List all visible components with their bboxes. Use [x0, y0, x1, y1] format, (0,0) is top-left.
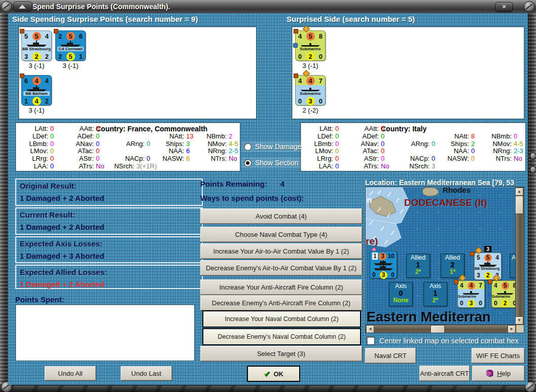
- ok-button[interactable]: ✔ OK: [247, 366, 300, 382]
- naval-crt-button[interactable]: Naval CRT: [365, 348, 416, 363]
- counter-factor-circle: 5: [484, 254, 492, 262]
- scroll-up-arrow[interactable]: ▲: [515, 188, 523, 196]
- spend-button-4[interactable]: Decrease Enemy's Air-to-Air Combat Value…: [200, 260, 362, 275]
- stack-count-badge: 3: [484, 246, 491, 252]
- map-infobox-allied1[interactable]: Allied12*: [406, 254, 430, 278]
- spend-button-6[interactable]: Decrease Enemy's Anti-Aircraft Fire Colu…: [200, 295, 362, 310]
- scroll-down-arrow[interactable]: ▼: [515, 316, 523, 325]
- stat-label: NBmb:: [195, 132, 227, 140]
- stat-value: 3: [432, 162, 442, 170]
- counter-values-row: 020: [492, 299, 518, 307]
- expected-axis-losses-value: 1 Damaged + 3 Aborted: [20, 252, 198, 260]
- map-infobox-allied2[interactable]: Allied21*: [441, 254, 464, 278]
- unit-counter-submarine[interactable]: 458Submarine020: [295, 30, 326, 61]
- combat-map[interactable]: Rhodes DODECANESE (It) n re) Eastern Med…: [365, 187, 524, 333]
- stat-value: 6: [186, 155, 196, 162]
- stat-label: LAtt:: [19, 125, 48, 132]
- counter-factor-circle: 4: [32, 97, 41, 105]
- counter-factor: 0: [479, 300, 482, 307]
- unit-counter-bb-barham[interactable]: 644BB Barham142: [21, 75, 52, 105]
- stat-ldef: LDef:0: [304, 132, 345, 140]
- spending-side-stats-panel: Country: France, CommonwealthLAtt:0AAtt:…: [15, 122, 240, 171]
- show-damage-radio[interactable]: Show Damage: [241, 141, 306, 152]
- scroll-left-arrow[interactable]: ◄: [366, 325, 374, 333]
- map-infobox-axis1[interactable]: Axis12*: [423, 282, 447, 306]
- counter-factor: 0: [298, 97, 302, 105]
- help-label-rest: elp: [502, 370, 511, 377]
- show-section-radio[interactable]: Show Section: [241, 157, 303, 168]
- stat-value: 2: [471, 140, 481, 148]
- center-map-checkbox-row[interactable]: Center linked map on selected combat hex: [367, 337, 519, 345]
- damage-square-icon: [488, 279, 492, 284]
- system-menu-button[interactable]: [13, 2, 32, 12]
- counter-factor: 1: [79, 53, 83, 60]
- help-button[interactable]: ? Help: [472, 366, 524, 381]
- radio-circle-icon[interactable]: [244, 159, 252, 167]
- unit-counter-bb-strasbourg[interactable]: 554BB Strasbourg322: [21, 30, 52, 61]
- stat-nrng: NRng:2-5: [195, 147, 239, 155]
- radio-circle-icon[interactable]: [244, 143, 252, 151]
- points-spent-list[interactable]: [15, 304, 195, 361]
- stat-label: NAA:: [152, 147, 184, 155]
- unit-slot-barham: 644BB Barham1423 (-1): [20, 75, 53, 114]
- title-bar[interactable]: Spend Surprise Points (Commonwealth).: [0, 0, 536, 14]
- spend-button-2[interactable]: Choose Naval Combat Type (4): [200, 227, 362, 242]
- corner-screw-icon: [524, 1, 535, 12]
- map-infobox-axis0[interactable]: Axis0None: [389, 282, 413, 306]
- anti-aircraft-crt-button[interactable]: Anti-aircraft CRT: [419, 366, 470, 381]
- unit-counter-ca-cornwall[interactable]: 256CA Cornwall251: [55, 30, 86, 61]
- map-label-partial-re: re): [366, 236, 378, 247]
- vertical-scroll-thumb[interactable]: [515, 196, 523, 214]
- spend-button-7[interactable]: Increase Your Naval Combat Column (2): [202, 310, 361, 328]
- counter-values-row: 020: [296, 51, 325, 61]
- unit-counter-submarine[interactable]: 447Submarine030: [295, 75, 326, 105]
- counter-factor-circle: 5: [502, 282, 509, 290]
- damage-square-icon: [20, 74, 24, 78]
- counter-factor-circle: 5: [66, 32, 75, 41]
- current-result-box: Current Result: 1 Damaged + 2 Aborted: [15, 207, 203, 235]
- counter-name: Submarine: [458, 295, 484, 299]
- spend-button-1[interactable]: Avoid Combat (4): [200, 208, 362, 224]
- unit-counter-submarine[interactable]: 458Submarine020: [491, 280, 519, 308]
- counter-factor: 2: [45, 53, 49, 60]
- country-line: Country: France, Commonwealth: [96, 125, 207, 133]
- spend-button-5[interactable]: Increase Your Anti-Aircraft Fire Column …: [200, 279, 362, 295]
- submarine-silhouette-icon: [300, 41, 321, 47]
- stat-value: 2-5: [229, 147, 239, 155]
- undo-last-button[interactable]: Undo Last: [121, 366, 172, 380]
- spend-button-8[interactable]: Decrease Enemy's Naval Combat Column (2): [202, 328, 361, 345]
- stat-label: ANav:: [64, 140, 94, 148]
- ship-silhouette-icon: [26, 41, 47, 47]
- stat-aatt: AAtt:0: [349, 125, 391, 132]
- stat-label: NSrch:: [110, 162, 134, 170]
- scroll-right-arrow[interactable]: ►: [508, 325, 516, 333]
- close-button[interactable]: ✕: [495, 2, 513, 12]
- stat-value: 2: [229, 132, 239, 140]
- stat-lbmb: LBmb:0: [19, 140, 60, 148]
- center-map-checkbox[interactable]: [367, 337, 375, 345]
- counter-values-row: 554: [475, 253, 501, 262]
- counter-factor: 0: [319, 97, 323, 105]
- counter-values-row: 030: [370, 270, 397, 279]
- counter-factor: 3: [24, 53, 28, 60]
- undo-all-button[interactable]: Undo All: [45, 366, 96, 380]
- unit-counter-stack[interactable]: 1310030: [370, 251, 397, 278]
- spend-button-9[interactable]: Select Target (3): [200, 346, 362, 361]
- unit-caption: 2 (-2): [294, 106, 327, 114]
- horizontal-scroll-thumb[interactable]: [431, 325, 445, 333]
- wif-fe-charts-button[interactable]: WIF FE Charts: [472, 348, 524, 363]
- stat-label: ADef:: [349, 132, 379, 140]
- stat-label: AAtt:: [349, 125, 379, 132]
- unit-counter-submarine[interactable]: 447Submarine030: [457, 280, 485, 308]
- spend-button-3[interactable]: Increase Your Air-to-Air Combat Value By…: [200, 243, 362, 259]
- stat-label: AStr:: [64, 155, 94, 162]
- window-frame-right: [528, 13, 536, 385]
- infobox-number: 1: [407, 261, 430, 268]
- counter-art: [475, 262, 501, 267]
- stat-value: 0: [335, 132, 345, 140]
- stat-value: 0: [96, 155, 106, 162]
- screenshot-root: { "titlebar": { "title": "Spend Surprise…: [0, 0, 536, 392]
- original-result-label: Original Result:: [20, 182, 198, 190]
- small-island-graphic: [422, 187, 439, 196]
- map-label-rhodes: Rhodes: [443, 187, 471, 194]
